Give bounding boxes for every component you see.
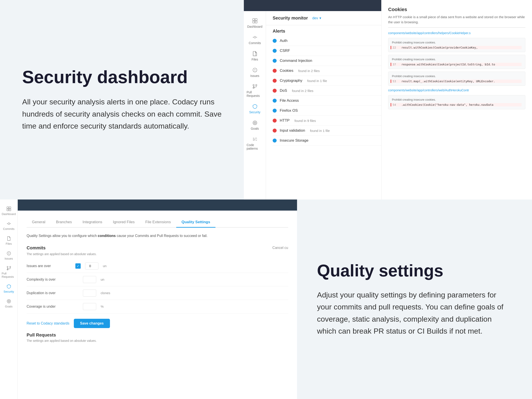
code-text-37: response.withCookies(Cookie(projectId.to… (401, 63, 495, 66)
cancel-button[interactable]: Cancel cu (272, 246, 288, 250)
goals-icon (252, 120, 258, 126)
security-icon (252, 103, 258, 109)
qual-sidebar-label-files: Files (6, 242, 12, 245)
sidebar-item-dashboard[interactable]: Dashboard (245, 16, 265, 31)
alert-name-firefox-os: Firefox OS (280, 108, 298, 113)
svg-point-13 (253, 84, 254, 86)
qual-sidebar-dashboard[interactable]: Dashboard (0, 204, 17, 218)
quality-settings-title: Quality settings (317, 261, 512, 280)
svg-point-4 (254, 36, 256, 38)
code-block-4: Prohibit creating insecure cookies. 54 .… (388, 95, 525, 109)
qual-sidebar-security[interactable]: Security (0, 282, 17, 296)
quality-app: Dashboard Commits (0, 200, 297, 399)
alert-dot-error (273, 129, 277, 133)
commits-title: Commits (27, 245, 46, 250)
code-block-2: Prohibit creating insecure cookies. 37 r… (388, 55, 525, 69)
issues-icon (252, 67, 258, 73)
sidebar-label-files: Files (252, 58, 258, 61)
code-patterns-icon (252, 136, 258, 142)
save-changes-button[interactable]: Save changes (74, 319, 110, 328)
qual-sidebar-commits[interactable]: Commits (0, 219, 17, 233)
qual-sidebar-label-security: Security (4, 290, 14, 293)
alert-name-cookies: Cookies (280, 69, 293, 73)
tab-quality-settings[interactable]: Quality Settings (176, 217, 215, 228)
svg-point-35 (9, 254, 9, 254)
alert-name-insecure-storage: Insecure Storage (280, 138, 308, 143)
commits-icon (252, 34, 258, 40)
detail-description: An HTTP cookie is a small piece of data … (388, 15, 525, 28)
qual-sidebar-pull-requests[interactable]: Pull Requests (0, 263, 17, 281)
branch-chevron-icon: ▾ (319, 16, 321, 20)
svg-rect-28 (7, 209, 9, 211)
line-number-37: 37 (393, 63, 399, 66)
svg-point-12 (255, 71, 255, 71)
coverage-under-input[interactable] (83, 303, 96, 310)
qual-sidebar-label-dashboard: Dashboard (2, 212, 16, 216)
qual-sidebar-files[interactable]: Files (0, 234, 17, 248)
alert-found-dos: found in 2 files (292, 89, 313, 93)
qual-sidebar-goals[interactable]: Goals (0, 296, 17, 310)
sidebar-item-goals[interactable]: Goals (245, 117, 265, 133)
alert-found-http: found in 9 files (294, 119, 316, 123)
code-line-37: 37 response.withCookies(Cookie(projectId… (391, 63, 522, 66)
qual-sidebar-issues[interactable]: Issues (0, 248, 17, 262)
quality-actions: Reset to Codacy standards Save changes (27, 319, 288, 328)
issues-over-input[interactable] (85, 262, 98, 270)
code-label-2: Prohibit creating insecure cookies. (392, 58, 522, 61)
complexity-over-row: Complexity is over un (27, 273, 288, 286)
code-block-1: Prohibit creating insecure cookies. 22 r… (388, 38, 525, 52)
alert-name-file-access: File Access (280, 98, 299, 103)
alert-dot-info (273, 139, 277, 143)
code-line-53: 53 result.map(_.withCookies(Cookie(entit… (391, 80, 522, 83)
alert-name-command-injection: Command Injection (280, 58, 312, 63)
quality-description: Quality Settings allow you to configure … (27, 233, 288, 239)
code-line-54: 54 .withCookies(Cookie("heroku-nav-data"… (391, 103, 522, 106)
sidebar-item-commits[interactable]: Commits (245, 32, 265, 47)
complexity-over-label: Complexity is over (27, 278, 71, 282)
code-label-4: Prohibit creating insecure cookies. (392, 98, 522, 101)
tab-general[interactable]: General (27, 217, 51, 228)
duplication-over-input[interactable] (83, 290, 96, 297)
issues-check[interactable]: ✓ (75, 263, 81, 269)
alert-dot-info (273, 99, 277, 103)
line-number-53: 53 (393, 80, 399, 83)
duplication-over-row: Duplication is over clones (27, 286, 288, 300)
alert-name-csrf: CSRF (280, 49, 290, 53)
files-icon (252, 51, 258, 57)
sidebar-label-dashboard: Dashboard (247, 25, 262, 28)
quality-tabs: General Branches Integrations Ignored Fi… (27, 217, 288, 228)
tab-ignored-files[interactable]: Ignored Files (108, 217, 140, 228)
svg-rect-27 (9, 207, 11, 209)
duplication-over-label: Duplication is over (27, 291, 71, 295)
alert-name-auth: Auth (280, 38, 287, 43)
branch-label: dev (312, 16, 318, 20)
branch-selector[interactable]: dev ▾ (312, 16, 321, 20)
alert-dot-error (273, 69, 277, 73)
tab-integrations[interactable]: Integrations (77, 217, 108, 228)
qual-commits-icon (6, 221, 12, 226)
qual-goals-icon (6, 298, 12, 304)
issues-over-unit: un (103, 264, 107, 268)
pull-requests-subtitle: The settings are applied based on absolu… (27, 339, 288, 342)
sidebar-item-pull-requests[interactable]: Pull Requests (245, 81, 265, 100)
qual-desc-bold: conditions (98, 234, 116, 238)
sidebar-item-issues[interactable]: Issues (245, 65, 265, 80)
sidebar-item-code-patterns[interactable]: Code patterns (245, 134, 265, 152)
qual-files-icon (6, 236, 12, 241)
qual-desc-text: Quality Settings allow you to configure … (27, 234, 98, 238)
alert-dot-info (273, 109, 277, 113)
sidebar-item-security[interactable]: Security (245, 101, 265, 116)
complexity-over-input[interactable] (83, 276, 96, 283)
reset-to-codacy-standards-button[interactable]: Reset to Codacy standards (27, 321, 69, 325)
qual-security-icon (6, 284, 12, 289)
bottom-section: Dashboard Commits (0, 200, 532, 399)
coverage-under-row: Coverage is under % (27, 300, 288, 313)
tab-branches[interactable]: Branches (51, 217, 77, 228)
commits-section-header: Commits Cancel cu (27, 245, 288, 250)
svg-rect-26 (7, 207, 9, 209)
sidebar-item-files[interactable]: Files (245, 48, 265, 63)
commits-section: Commits Cancel cu The settings are appli… (27, 245, 288, 313)
qual-sidebar-label-issues: Issues (5, 257, 13, 260)
alert-name-cryptography: Cryptography (280, 78, 302, 83)
tab-file-extensions[interactable]: File Extensions (140, 217, 176, 228)
